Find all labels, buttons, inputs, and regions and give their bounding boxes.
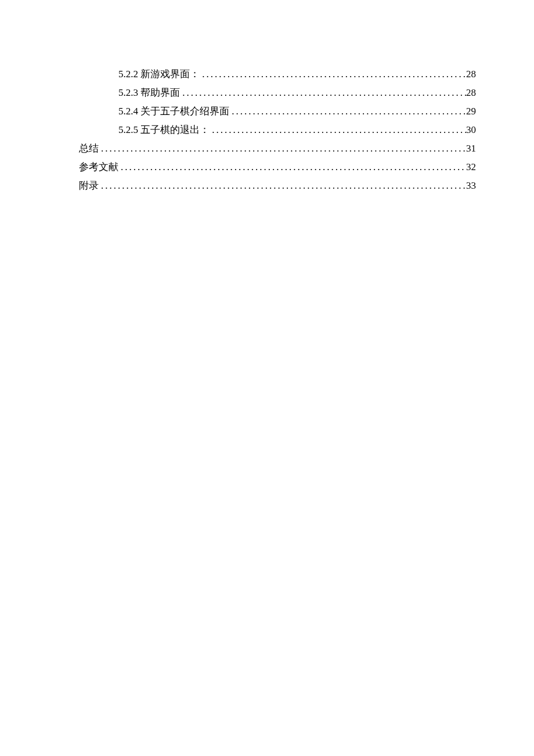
toc-leader	[99, 177, 466, 195]
document-page: 5.2.2 新游戏界面： 28 5.2.3 帮助界面 28 5.2.4 关于五子…	[0, 0, 534, 195]
toc-leader	[99, 139, 466, 158]
toc-title: 附录	[79, 177, 99, 195]
toc-entry: 参考文献 32	[79, 158, 476, 177]
toc-leader	[180, 84, 466, 102]
toc-entry: 总结 31	[79, 139, 476, 158]
toc-entry: 5.2.2 新游戏界面： 28	[79, 65, 476, 84]
toc-page-number: 31	[466, 139, 476, 158]
toc-title: 5.2.4 关于五子棋介绍界面	[118, 102, 229, 121]
toc-leader	[229, 102, 466, 121]
toc-entry: 附录 33	[79, 177, 476, 195]
toc-leader	[210, 121, 466, 139]
toc-page-number: 33	[466, 177, 476, 195]
toc-page-number: 32	[466, 158, 476, 177]
toc-page-number: 28	[466, 84, 476, 102]
toc-title: 5.2.5 五子棋的退出：	[118, 121, 210, 139]
toc-title: 5.2.3 帮助界面	[118, 84, 180, 102]
toc-leader	[200, 65, 466, 84]
toc-title: 参考文献	[79, 158, 118, 177]
toc-entry: 5.2.5 五子棋的退出： 30	[79, 121, 476, 139]
toc-entry: 5.2.4 关于五子棋介绍界面 29	[79, 102, 476, 121]
toc-page-number: 30	[466, 121, 476, 139]
toc-page-number: 28	[466, 65, 476, 84]
toc-title: 总结	[79, 139, 99, 158]
toc-entry: 5.2.3 帮助界面 28	[79, 84, 476, 102]
toc-leader	[118, 158, 466, 177]
toc-page-number: 29	[466, 102, 476, 121]
toc-title: 5.2.2 新游戏界面：	[118, 65, 200, 84]
